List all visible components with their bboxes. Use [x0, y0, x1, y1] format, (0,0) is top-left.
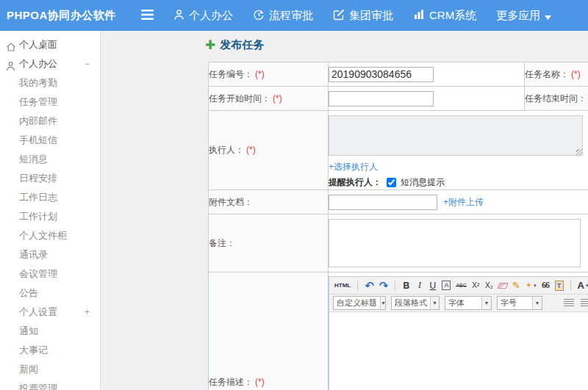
- form-row-remark: 备注：: [209, 214, 588, 272]
- sidebar-item[interactable]: 通知: [0, 322, 100, 341]
- form-row-description: 任务描述：(*) HTML↶↷BIUAABCX²X₂✎✦▾66TA▾ 自定义标题…: [209, 272, 588, 390]
- superscript-icon[interactable]: X²: [470, 279, 481, 292]
- caret-down-icon[interactable]: ▼: [380, 297, 386, 309]
- undo-icon[interactable]: ↶: [363, 279, 376, 292]
- remind-executor-label: 提醒执行人：: [329, 176, 381, 189]
- required-mark: (*): [246, 145, 256, 155]
- html-source[interactable]: HTML: [333, 279, 352, 292]
- nav-item-more-apps[interactable]: 更多应用: [496, 9, 551, 23]
- nav-label: 集团审批: [349, 9, 393, 23]
- collapse-minus-icon[interactable]: −: [85, 54, 90, 73]
- strikethrough-icon[interactable]: ABC: [454, 279, 467, 292]
- sidebar-item[interactable]: 短消息: [0, 150, 100, 169]
- underline-icon[interactable]: U: [427, 279, 438, 292]
- select-value: 段落格式: [395, 297, 427, 308]
- sidebar-item-label: 通知: [19, 325, 38, 336]
- task-start-label: 任务开始时间：(*): [209, 87, 329, 111]
- executor-textarea[interactable]: [329, 115, 583, 156]
- sidebar-item[interactable]: 个人设置+: [0, 303, 100, 322]
- autotypeset-icon[interactable]: ✦▾: [524, 279, 538, 292]
- sidebar-item[interactable]: 我的考勤: [0, 73, 100, 93]
- remark-label: 备注：: [209, 214, 329, 272]
- nav-label: 更多应用: [496, 9, 540, 23]
- sidebar-item[interactable]: 个人文件柜: [0, 226, 100, 245]
- caret-down-icon: [545, 10, 551, 22]
- form-row-attachment: 附件文档： +附件上传: [209, 190, 588, 214]
- nav-item-process-approval[interactable]: 流程审批: [253, 9, 313, 23]
- editor-format-select[interactable]: 字体▼: [445, 296, 492, 310]
- blockquote-icon[interactable]: 66: [540, 279, 551, 292]
- align-center-icon[interactable]: [581, 299, 588, 307]
- select-value: 自定义标题: [337, 297, 377, 308]
- expand-plus-icon[interactable]: +: [85, 303, 90, 322]
- sidebar-item[interactable]: 公告: [0, 284, 100, 303]
- required-mark: (*): [571, 69, 581, 79]
- editor-format-select[interactable]: 字号▼: [497, 296, 542, 310]
- sms-remind-checkbox[interactable]: [387, 178, 396, 187]
- task-name-label: 任务名称：(*): [525, 62, 588, 87]
- sidebar-item[interactable]: 手机短信: [0, 131, 100, 150]
- page-title: ✚ 发布任务: [205, 38, 264, 52]
- process-approval-icon: [253, 9, 265, 23]
- bold-icon[interactable]: B: [401, 279, 412, 292]
- nav-item-personal-office[interactable]: 个人办公: [173, 9, 233, 23]
- select-value: 字号: [501, 297, 517, 308]
- italic-icon[interactable]: I: [414, 279, 425, 292]
- sidebar-item-label: 我的考勤: [19, 77, 57, 88]
- sidebar-item[interactable]: 个人桌面: [0, 35, 100, 54]
- resize-grip-icon[interactable]: [576, 149, 582, 155]
- sidebar-item[interactable]: 新闻: [0, 360, 100, 379]
- align-left-icon[interactable]: [564, 299, 574, 307]
- nav-item-group-approval[interactable]: 集团审批: [333, 9, 393, 23]
- paste-word-icon[interactable]: T: [553, 279, 565, 292]
- task-end-label: 任务结束时间：(*): [525, 87, 588, 111]
- caret-down-icon[interactable]: ▼: [481, 297, 491, 309]
- sidebar-item-label: 公告: [19, 287, 38, 298]
- hamburger-menu-icon[interactable]: [141, 10, 154, 23]
- sidebar-item-label: 工作日志: [19, 192, 57, 203]
- task-start-input[interactable]: [329, 91, 434, 106]
- sidebar-item[interactable]: 投票管理: [0, 379, 100, 390]
- sidebar-item[interactable]: 工作计划: [0, 207, 100, 226]
- sidebar-item[interactable]: 个人办公−: [0, 54, 100, 73]
- sidebar-item[interactable]: 大事记: [0, 341, 100, 360]
- sidebar-item[interactable]: 通讯录: [0, 245, 100, 264]
- crm-chart-icon: [413, 9, 425, 22]
- select-value: 字体: [448, 297, 465, 308]
- remark-textarea[interactable]: [329, 219, 581, 267]
- attachment-upload-link[interactable]: +附件上传: [443, 196, 484, 209]
- subscript-icon[interactable]: X₂: [484, 279, 495, 292]
- caret-down-icon[interactable]: ▼: [532, 297, 542, 309]
- editor-format-select[interactable]: 段落格式▼: [391, 296, 440, 310]
- sidebar-item-label: 手机短信: [19, 134, 57, 145]
- sidebar-item[interactable]: 会议管理: [0, 264, 100, 284]
- executor-label: 执行人：(*): [209, 111, 329, 190]
- sidebar-item-label: 工作计划: [19, 211, 57, 222]
- caret-down-icon[interactable]: ▼: [430, 297, 439, 309]
- group-approval-icon: [333, 9, 345, 23]
- task-number-label: 任务编号：(*): [209, 62, 329, 87]
- attachment-input[interactable]: [329, 195, 437, 210]
- editor-format-select[interactable]: 自定义标题▼: [333, 296, 386, 310]
- sidebar-item[interactable]: 日程安排: [0, 169, 100, 188]
- font-color-icon[interactable]: A▾: [576, 279, 588, 292]
- sidebar-item[interactable]: 任务管理: [0, 93, 100, 112]
- publish-task-form: 任务编号：(*) 任务名称：(*) 任务开始时间：(*) 任务结束时间：(*): [208, 62, 588, 390]
- sidebar-item-label: 个人文件柜: [19, 230, 67, 241]
- nav-item-crm-system[interactable]: CRM系统: [413, 9, 476, 23]
- task-number-input[interactable]: [329, 67, 434, 82]
- paintbrush-icon[interactable]: ✎: [511, 279, 522, 292]
- redo-icon[interactable]: ↷: [378, 279, 390, 292]
- sidebar-item[interactable]: 工作日志: [0, 188, 100, 207]
- nav-label: 个人办公: [189, 9, 233, 23]
- sidebar-item-label: 个人办公: [19, 58, 57, 69]
- toolbar-separator: [395, 281, 395, 291]
- attachment-label: 附件文档：: [209, 190, 329, 214]
- sidebar-item-label: 任务管理: [19, 96, 57, 107]
- sidebar-item-label: 投票管理: [19, 383, 57, 390]
- choose-executor-link[interactable]: +选择执行人: [329, 162, 378, 172]
- font-highlight-icon[interactable]: A: [440, 279, 452, 292]
- editor-content[interactable]: [329, 312, 588, 390]
- sidebar-item[interactable]: 内部邮件: [0, 112, 100, 131]
- eraser-icon[interactable]: [497, 279, 509, 292]
